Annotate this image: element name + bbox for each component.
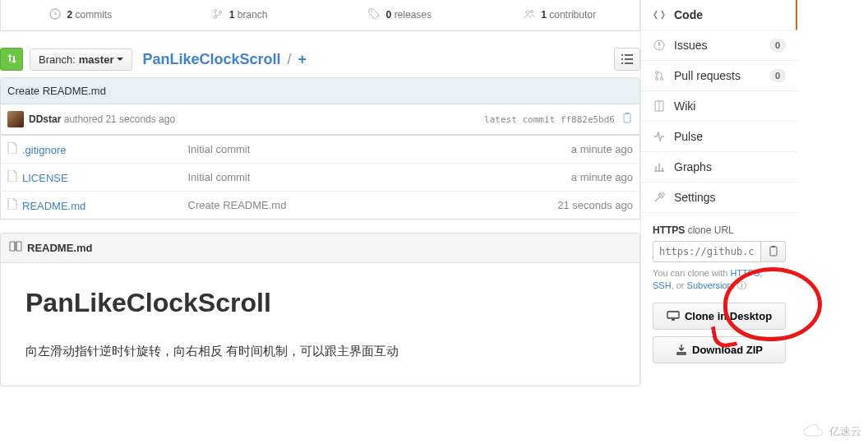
download-zip-label: Download ZIP [692, 344, 763, 356]
sidebar-nav: Code Issues0 Pull requests0 Wiki Pulse G… [641, 0, 797, 213]
new-file-button[interactable]: + [298, 51, 307, 67]
settings-icon [653, 192, 666, 203]
file-icon [7, 198, 17, 212]
file-link[interactable]: .gitignore [22, 144, 66, 156]
branch-stat[interactable]: 1 branch [160, 0, 320, 30]
readme-header: README.md [1, 234, 639, 263]
download-zip-button[interactable]: Download ZIP [653, 336, 786, 363]
readme-title: PanLikeClockScroll [25, 288, 615, 325]
graphs-icon [653, 162, 666, 172]
branch-bar: Branch: master PanLikeClockScroll / + [0, 41, 640, 77]
svg-point-10 [656, 72, 658, 74]
commit-tease: Create README.md DDstar authored 21 seco… [0, 77, 640, 136]
clipboard-icon [768, 246, 779, 257]
svg-rect-8 [626, 113, 629, 114]
file-commit-msg[interactable]: Initial commit [188, 171, 251, 183]
commit-authored-time: authored 21 seconds ago [64, 113, 175, 125]
sidebar-item-code[interactable]: Code [641, 0, 797, 30]
file-commit-msg[interactable]: Create README.md [188, 199, 287, 211]
clone-svn-link[interactable]: Subversion [687, 280, 732, 290]
file-row[interactable]: .gitignore Initial commit a minute ago [1, 136, 640, 164]
list-view-button[interactable] [614, 48, 640, 71]
commits-label: commits [75, 9, 112, 21]
commit-sha[interactable]: ff882e5bd6 [561, 114, 615, 125]
help-icon[interactable]: ⓘ [737, 280, 746, 290]
clone-ssh-link[interactable]: SSH [653, 280, 672, 290]
branch-label: branch [238, 9, 268, 21]
readme-paragraph: 向左滑动指针逆时针旋转，向右相反 有时间机制，可以跟主界面互动 [25, 341, 615, 361]
commits-count: 2 [67, 9, 72, 21]
contributor-label: contributor [549, 9, 596, 21]
readme-box: README.md PanLikeClockScroll 向左滑动指针逆时针旋转… [0, 233, 640, 386]
download-icon [676, 344, 687, 355]
releases-label: releases [395, 9, 432, 21]
file-link[interactable]: LICENSE [22, 172, 68, 184]
svg-point-12 [661, 78, 663, 81]
file-age: a minute ago [571, 143, 633, 155]
svg-point-5 [526, 11, 529, 14]
code-icon [653, 10, 666, 20]
book-icon [9, 241, 22, 255]
commit-message[interactable]: Create README.md [1, 78, 639, 104]
commits-stat[interactable]: 2 commits [1, 0, 160, 30]
clone-https-link[interactable]: HTTPS [730, 268, 760, 278]
latest-commit-label: latest commit [484, 114, 555, 125]
clone-desktop-label: Clone in Desktop [685, 310, 772, 322]
people-icon [524, 8, 535, 22]
clone-box: HTTPS clone URL You can clone with HTTPS… [641, 213, 797, 382]
svg-point-4 [371, 11, 372, 12]
sidebar-item-label: Graphs [674, 160, 712, 173]
svg-rect-15 [667, 312, 679, 318]
clone-url-input[interactable] [653, 241, 761, 262]
file-row[interactable]: README.md Create README.md 21 seconds ag… [1, 192, 640, 220]
sidebar-item-pulse[interactable]: Pulse [641, 122, 797, 152]
sidebar-item-issues[interactable]: Issues0 [641, 30, 797, 61]
branch-count: 1 [229, 9, 235, 21]
commit-meta: DDstar authored 21 seconds ago latest co… [1, 104, 639, 135]
file-commit-msg[interactable]: Initial commit [188, 143, 251, 155]
repo-name-link[interactable]: PanLikeClockScroll [142, 51, 280, 67]
file-link[interactable]: README.md [22, 200, 85, 212]
breadcrumb: PanLikeClockScroll / + [142, 51, 307, 68]
svg-point-3 [219, 12, 222, 14]
avatar[interactable] [7, 111, 24, 127]
compare-button[interactable] [0, 48, 23, 71]
chevron-down-icon [117, 58, 123, 61]
file-list: .gitignore Initial commit a minute ago L… [0, 136, 640, 220]
compare-icon [6, 53, 17, 65]
copy-url-button[interactable] [761, 241, 786, 262]
sidebar-item-wiki[interactable]: Wiki [641, 91, 797, 122]
svg-point-11 [656, 78, 658, 81]
pulse-icon [653, 132, 666, 141]
repo-stats-bar: 2 commits 1 branch 0 releases 1 contribu… [0, 0, 640, 31]
branch-selector-name: master [79, 53, 114, 66]
branch-selector[interactable]: Branch: master [30, 49, 132, 71]
branch-selector-label: Branch: [39, 53, 76, 66]
clone-desktop-button[interactable]: Clone in Desktop [653, 303, 786, 330]
sidebar-item-settings[interactable]: Settings [641, 183, 797, 213]
sidebar-item-graphs[interactable]: Graphs [641, 152, 797, 183]
clipboard-icon[interactable] [621, 113, 633, 127]
sidebar-item-label: Pull requests [674, 69, 741, 82]
repo-sidebar: Code Issues0 Pull requests0 Wiki Pulse G… [641, 0, 797, 386]
clone-title: HTTPS clone URL [653, 224, 786, 236]
commit-author[interactable]: DDstar [29, 113, 61, 125]
list-icon [621, 54, 633, 64]
issues-icon [653, 39, 666, 51]
file-row[interactable]: LICENSE Initial commit a minute ago [1, 164, 640, 192]
sidebar-item-label: Pulse [674, 130, 703, 143]
file-icon [7, 170, 17, 184]
svg-point-1 [215, 10, 217, 12]
contributor-stat[interactable]: 1 contributor [480, 0, 639, 30]
file-age: a minute ago [571, 171, 633, 183]
branch-icon [213, 8, 223, 22]
readme-body: PanLikeClockScroll 向左滑动指针逆时针旋转，向右相反 有时间机… [1, 263, 639, 386]
releases-count: 0 [386, 9, 392, 21]
svg-rect-7 [624, 113, 630, 123]
file-icon [7, 142, 17, 156]
latest-commit: latest commit ff882e5bd6 [484, 114, 615, 125]
svg-point-6 [530, 11, 533, 13]
releases-stat[interactable]: 0 releases [321, 0, 480, 30]
sidebar-item-pull-requests[interactable]: Pull requests0 [641, 61, 797, 91]
file-age: 21 seconds ago [557, 199, 633, 211]
